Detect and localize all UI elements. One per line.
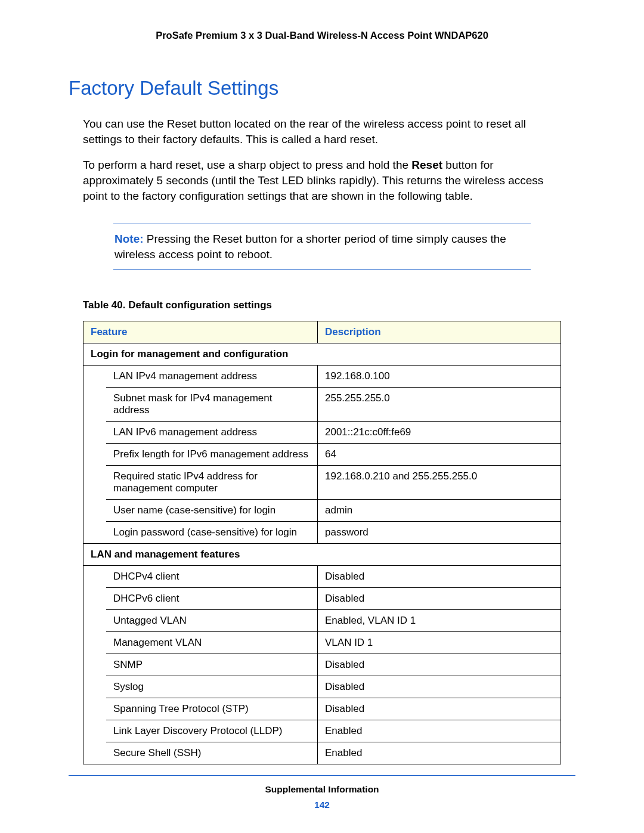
table-row: SNMPDisabled bbox=[83, 654, 561, 676]
feature-cell: Management VLAN bbox=[106, 632, 318, 654]
description-cell: 255.255.255.0 bbox=[318, 388, 561, 422]
table-row: Login password (case-sensitive) for logi… bbox=[83, 522, 561, 544]
description-cell: VLAN ID 1 bbox=[318, 632, 561, 654]
table-row: Management VLANVLAN ID 1 bbox=[83, 632, 561, 654]
feature-cell: Required static IPv4 address for managem… bbox=[106, 466, 318, 500]
indent-cell bbox=[83, 676, 107, 698]
indent-cell bbox=[83, 522, 107, 544]
feature-cell: LAN IPv6 management address bbox=[106, 422, 318, 444]
description-cell: Disabled bbox=[318, 676, 561, 698]
table-row: LAN IPv6 management address2001::21c:c0f… bbox=[83, 422, 561, 444]
feature-cell: DHCPv6 client bbox=[106, 588, 318, 610]
table-row: Untagged VLANEnabled, VLAN ID 1 bbox=[83, 610, 561, 632]
table-row: DHCPv6 clientDisabled bbox=[83, 588, 561, 610]
header-feature: Feature bbox=[83, 321, 318, 343]
indent-cell bbox=[83, 632, 107, 654]
table-section-title: LAN and management features bbox=[83, 544, 561, 566]
footer-text: Supplemental Information bbox=[0, 784, 644, 795]
table-row: Secure Shell (SSH)Enabled bbox=[83, 742, 561, 764]
page-header: ProSafe Premium 3 x 3 Dual-Band Wireless… bbox=[69, 30, 575, 41]
feature-cell: Syslog bbox=[106, 676, 318, 698]
footer-rule bbox=[69, 775, 575, 776]
note-text: Note: Pressing the Reset button for a sh… bbox=[113, 224, 531, 269]
table-row: LAN IPv4 management address192.168.0.100 bbox=[83, 366, 561, 388]
description-cell: Enabled, VLAN ID 1 bbox=[318, 610, 561, 632]
description-cell: Disabled bbox=[318, 654, 561, 676]
table-row: Spanning Tree Protocol (STP)Disabled bbox=[83, 698, 561, 720]
table-row: Required static IPv4 address for managem… bbox=[83, 466, 561, 500]
description-cell: password bbox=[318, 522, 561, 544]
page-footer: Supplemental Information 142 bbox=[0, 775, 644, 810]
section-title: Factory Default Settings bbox=[69, 77, 575, 100]
note-label: Note: bbox=[114, 233, 144, 245]
description-cell: 2001::21c:c0ff:fe69 bbox=[318, 422, 561, 444]
note-box: Note: Pressing the Reset button for a sh… bbox=[113, 224, 531, 270]
note-rule-bottom bbox=[113, 269, 531, 270]
footer-page-number: 142 bbox=[0, 800, 644, 810]
description-cell: Disabled bbox=[318, 698, 561, 720]
feature-cell: Spanning Tree Protocol (STP) bbox=[106, 698, 318, 720]
para2-pre: To perform a hard reset, use a sharp obj… bbox=[83, 159, 411, 171]
description-cell: admin bbox=[318, 500, 561, 522]
table-section-row: Login for management and configuration bbox=[83, 343, 561, 366]
intro-paragraph-1: You can use the Reset button located on … bbox=[83, 116, 561, 147]
table-section-row: LAN and management features bbox=[83, 544, 561, 566]
feature-cell: SNMP bbox=[106, 654, 318, 676]
indent-cell bbox=[83, 610, 107, 632]
indent-cell bbox=[83, 366, 107, 388]
indent-cell bbox=[83, 444, 107, 466]
feature-cell: LAN IPv4 management address bbox=[106, 366, 318, 388]
table-header-row: Feature Description bbox=[83, 321, 561, 343]
indent-cell bbox=[83, 466, 107, 500]
header-description: Description bbox=[318, 321, 561, 343]
description-cell: Enabled bbox=[318, 742, 561, 764]
table-row: Prefix length for IPv6 management addres… bbox=[83, 444, 561, 466]
note-body: Pressing the Reset button for a shorter … bbox=[114, 233, 506, 261]
table-row: User name (case-sensitive) for loginadmi… bbox=[83, 500, 561, 522]
indent-cell bbox=[83, 654, 107, 676]
table-row: DHCPv4 clientDisabled bbox=[83, 566, 561, 588]
indent-cell bbox=[83, 388, 107, 422]
description-cell: Disabled bbox=[318, 588, 561, 610]
table-caption: Table 40. Default configuration settings bbox=[83, 299, 561, 311]
indent-cell bbox=[83, 422, 107, 444]
table-section-title: Login for management and configuration bbox=[83, 343, 561, 366]
indent-cell bbox=[83, 566, 107, 588]
feature-cell: User name (case-sensitive) for login bbox=[106, 500, 318, 522]
table-row: SyslogDisabled bbox=[83, 676, 561, 698]
feature-cell: Link Layer Discovery Protocol (LLDP) bbox=[106, 720, 318, 742]
reset-bold: Reset bbox=[411, 159, 442, 171]
description-cell: Disabled bbox=[318, 566, 561, 588]
feature-cell: DHCPv4 client bbox=[106, 566, 318, 588]
indent-cell bbox=[83, 698, 107, 720]
description-cell: Enabled bbox=[318, 720, 561, 742]
feature-cell: Prefix length for IPv6 management addres… bbox=[106, 444, 318, 466]
feature-cell: Secure Shell (SSH) bbox=[106, 742, 318, 764]
settings-table: Feature Description Login for management… bbox=[83, 321, 561, 764]
indent-cell bbox=[83, 500, 107, 522]
description-cell: 192.168.0.100 bbox=[318, 366, 561, 388]
table-row: Link Layer Discovery Protocol (LLDP)Enab… bbox=[83, 720, 561, 742]
indent-cell bbox=[83, 720, 107, 742]
description-cell: 64 bbox=[318, 444, 561, 466]
table-row: Subnet mask for IPv4 management address2… bbox=[83, 388, 561, 422]
indent-cell bbox=[83, 742, 107, 764]
feature-cell: Untagged VLAN bbox=[106, 610, 318, 632]
indent-cell bbox=[83, 588, 107, 610]
document-page: ProSafe Premium 3 x 3 Dual-Band Wireless… bbox=[0, 0, 644, 833]
feature-cell: Login password (case-sensitive) for logi… bbox=[106, 522, 318, 544]
feature-cell: Subnet mask for IPv4 management address bbox=[106, 388, 318, 422]
description-cell: 192.168.0.210 and 255.255.255.0 bbox=[318, 466, 561, 500]
intro-paragraph-2: To perform a hard reset, use a sharp obj… bbox=[83, 157, 561, 203]
